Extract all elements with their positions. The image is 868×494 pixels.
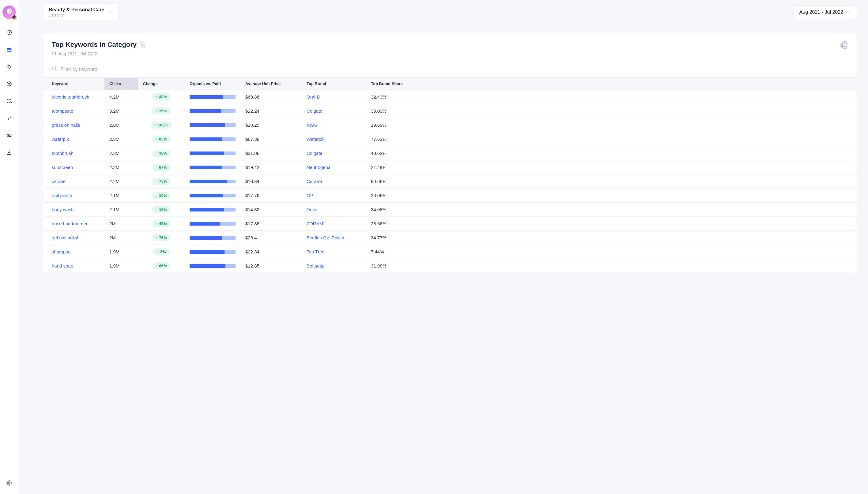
filter-input[interactable] <box>60 67 140 72</box>
organic-paid-bar <box>189 250 236 254</box>
cell-share: 34.77% <box>366 231 857 245</box>
date-range-selector[interactable]: Aug 2021 - Jul 2022 <box>794 5 857 19</box>
chevron-down-icon <box>109 10 113 15</box>
col-keyword[interactable]: Keyword <box>43 78 105 90</box>
col-top-brand-share[interactable]: Top Brand Share <box>366 78 857 90</box>
search-icon <box>52 66 57 73</box>
brand-link[interactable]: Dove <box>307 207 317 212</box>
nav-compare-icon[interactable] <box>4 113 14 123</box>
cell-price: $16.84 <box>240 174 302 189</box>
organic-paid-bar <box>189 180 236 183</box>
organic-paid-bar <box>189 166 236 169</box>
brand-link[interactable]: ZORAMI <box>307 221 324 226</box>
cell-clicks: 2.2M <box>105 174 138 189</box>
cell-share: 7.44% <box>366 245 857 259</box>
col-top-brand[interactable]: Top Brand <box>302 78 366 90</box>
info-icon[interactable]: i <box>140 42 145 48</box>
table-row: electric toothbrush4.2M48%$69.86Oral-B32… <box>43 90 857 104</box>
cell-share: 90.66% <box>366 174 857 189</box>
change-pill: 87% <box>152 164 171 171</box>
keyword-link[interactable]: shampoo <box>52 249 71 254</box>
brand-link[interactable]: OPI <box>307 193 315 198</box>
brand-link[interactable]: Neutrogena <box>307 165 331 170</box>
change-pill: 182% <box>151 121 172 129</box>
nav-overview-icon[interactable] <box>4 27 14 37</box>
keyword-link[interactable]: toothpaste <box>52 108 73 114</box>
keyword-link[interactable]: cerave <box>52 179 66 184</box>
brand-link[interactable]: CeraVe <box>307 179 322 184</box>
organic-paid-bar <box>189 194 236 197</box>
cell-price: $69.86 <box>240 90 302 104</box>
cell-share: 31.98% <box>366 259 857 273</box>
table-row: nail polish2.1M10%$17.76OPI20.06% <box>43 189 857 203</box>
change-pill: 66% <box>152 262 171 269</box>
nav-product-icon[interactable] <box>4 79 14 89</box>
nav-venn-icon[interactable] <box>4 130 14 140</box>
organic-paid-bar <box>189 152 236 155</box>
date-range-label: Aug 2021 - Jul 2022 <box>799 10 843 15</box>
organic-paid-bar <box>189 109 236 113</box>
table-row: sunscreen2.2M87%$19.42Neutrogena21.49% <box>43 160 857 174</box>
cell-share: 40.62% <box>366 146 857 160</box>
panel-title: Top Keywords in Category i <box>52 41 145 49</box>
keyword-link[interactable]: nail polish <box>52 193 72 198</box>
nav-settings-icon[interactable] <box>4 478 14 488</box>
change-pill: 16% <box>152 206 171 213</box>
brand-link[interactable]: KISS <box>307 122 317 128</box>
brand-link[interactable]: Tea Tree <box>307 249 324 254</box>
table-row: body wash2.1M16%$14.32Dove34.08% <box>43 203 857 217</box>
category-selector[interactable]: Beauty & Personal Care Category <box>43 4 119 21</box>
col-organic-paid[interactable]: Organic vs. Paid <box>185 78 240 90</box>
nav-tag-icon[interactable] <box>4 62 14 72</box>
brand-link[interactable]: Oral-B <box>307 94 320 99</box>
keyword-link[interactable]: waterpik <box>52 136 69 142</box>
brand-link[interactable]: Beetles Gel Polish <box>307 235 344 240</box>
avatar-badge-icon <box>12 15 17 20</box>
brand-link[interactable]: Colgate <box>307 108 322 114</box>
keyword-link[interactable]: nose hair trimmer <box>52 221 88 226</box>
col-avg-price[interactable]: Average Unit Price <box>240 78 302 90</box>
table-row: gel nail polish2M76%$26.4Beetles Gel Pol… <box>43 231 857 245</box>
app-avatar[interactable] <box>2 5 16 19</box>
col-change[interactable]: Change <box>138 78 185 90</box>
category-selector-sub: Category <box>49 13 104 17</box>
table-row: waterpik2.5M85%$67.38Waterpik77.63% <box>43 132 857 146</box>
cell-price: $10.25 <box>240 118 302 132</box>
cell-price: $12.85 <box>240 259 302 273</box>
keyword-link[interactable]: gel nail polish <box>52 235 80 240</box>
organic-paid-bar <box>189 264 236 268</box>
nav-list-icon[interactable] <box>4 96 14 106</box>
cell-share: 19.69% <box>366 118 857 132</box>
keyword-link[interactable]: hand soap <box>52 263 73 268</box>
keyword-link[interactable]: toothbrush <box>52 151 74 156</box>
export-excel-icon[interactable] <box>839 41 848 50</box>
brand-link[interactable]: Softsoap <box>307 263 325 268</box>
cell-share: 39.09% <box>366 104 857 118</box>
top-keywords-panel: Top Keywords in Category i Aug 2021 - Ju… <box>43 33 857 273</box>
cell-price: $17.76 <box>240 189 302 203</box>
cell-clicks: 2M <box>105 217 138 231</box>
topbar: Beauty & Personal Care Category Aug 2021… <box>18 0 868 24</box>
organic-paid-bar <box>189 124 236 127</box>
col-clicks[interactable]: Clicks ↓ <box>105 78 138 90</box>
keyword-link[interactable]: body wash <box>52 207 74 212</box>
table-row: hand soap1.9M66%$12.85Softsoap31.98% <box>43 259 857 273</box>
cell-clicks: 2.1M <box>105 189 138 203</box>
cell-clicks: 2.5M <box>105 132 138 146</box>
change-pill: 75% <box>152 178 171 185</box>
nav-category-icon[interactable] <box>4 45 14 55</box>
sidebar <box>0 0 18 494</box>
change-pill: 30% <box>152 150 171 157</box>
keyword-link[interactable]: press on nails <box>52 122 80 128</box>
cell-clicks: 2.3M <box>105 146 138 160</box>
organic-paid-bar <box>189 208 236 211</box>
cell-clicks: 2.8M <box>105 118 138 132</box>
brand-link[interactable]: Waterpik <box>307 136 325 142</box>
keywords-table: Keyword Clicks ↓ Change Organic vs. Paid… <box>43 77 857 273</box>
nav-download-icon[interactable] <box>4 148 14 157</box>
panel-date-range: Aug 2021 - Jul 2022 <box>58 52 97 56</box>
keyword-link[interactable]: sunscreen <box>52 165 73 170</box>
brand-link[interactable]: Colgate <box>307 151 322 156</box>
svg-point-9 <box>53 67 56 70</box>
keyword-link[interactable]: electric toothbrush <box>52 94 89 99</box>
